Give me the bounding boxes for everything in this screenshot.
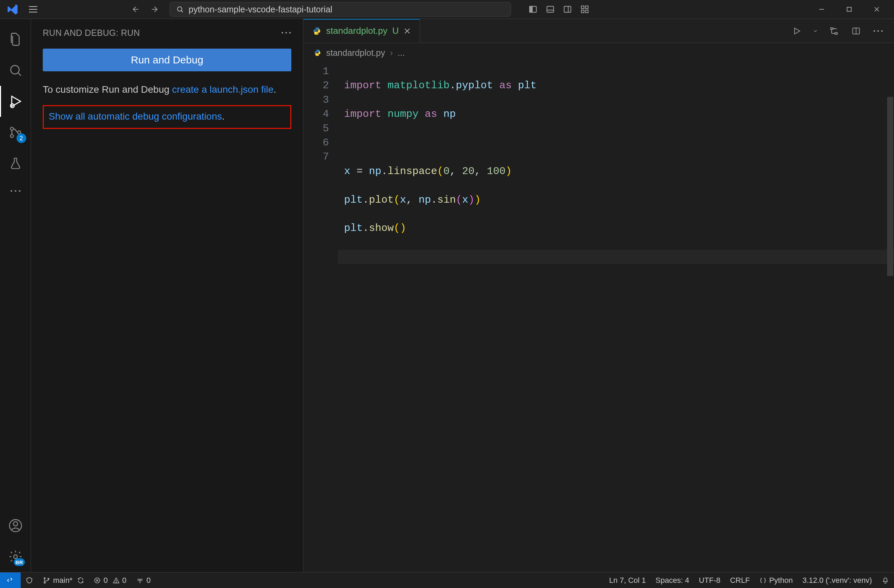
- run-file-dropdown-button[interactable]: [811, 23, 820, 39]
- svg-point-24: [13, 522, 17, 526]
- svg-point-45: [116, 582, 116, 582]
- activity-explorer[interactable]: [0, 24, 31, 55]
- svg-rect-3: [547, 6, 554, 12]
- ellipsis-icon: [10, 189, 21, 193]
- warning-icon: [113, 577, 119, 584]
- run-file-button[interactable]: [789, 23, 804, 39]
- svg-point-28: [289, 32, 291, 34]
- svg-point-26: [282, 32, 283, 34]
- remote-icon: [6, 577, 14, 584]
- nav-back-button[interactable]: [129, 2, 143, 16]
- run-and-debug-button[interactable]: Run and Debug: [43, 48, 291, 71]
- debug-icon: [8, 94, 23, 109]
- source-control-badge: 2: [17, 133, 26, 143]
- search-icon: [176, 6, 184, 13]
- encoding-status[interactable]: UTF-8: [694, 573, 725, 588]
- code-editor[interactable]: 1 2 3 4 5 6 7 import matplotlib.pyplot a…: [304, 62, 894, 572]
- svg-point-32: [835, 32, 837, 35]
- activity-manage[interactable]: BR: [0, 541, 31, 572]
- code-content[interactable]: import matplotlib.pyplot as plt import n…: [338, 62, 894, 572]
- create-launch-json-link[interactable]: create a launch.json file: [172, 84, 273, 95]
- radio-tower-icon: [136, 577, 144, 584]
- activity-run-debug[interactable]: [0, 86, 31, 117]
- sync-icon: [77, 577, 84, 584]
- command-center-text: python-sample-vscode-fastapi-tutorial: [189, 5, 332, 15]
- panel-more-button[interactable]: [281, 32, 291, 34]
- chevron-down-icon: [812, 28, 818, 34]
- editor-scrollbar[interactable]: [887, 97, 893, 276]
- git-branch-status[interactable]: main*: [38, 573, 89, 588]
- toggle-secondary-sidebar-button[interactable]: [560, 2, 574, 16]
- split-icon: [852, 27, 861, 36]
- play-icon: [792, 27, 801, 36]
- app-menu-button[interactable]: [27, 4, 39, 15]
- svg-point-20: [11, 190, 12, 192]
- svg-point-31: [831, 27, 833, 30]
- toggle-primary-sidebar-button[interactable]: [526, 2, 540, 16]
- svg-point-22: [19, 190, 20, 192]
- svg-rect-2: [530, 6, 532, 12]
- eol-status[interactable]: CRLF: [725, 573, 754, 588]
- activity-accounts[interactable]: [0, 510, 31, 541]
- problems-status[interactable]: 0 0: [89, 573, 131, 588]
- editor-tabs: standardplot.py U: [304, 19, 894, 43]
- activity-search[interactable]: [0, 55, 31, 86]
- line-gutter: 1 2 3 4 5 6 7: [304, 62, 338, 572]
- files-icon: [8, 32, 23, 47]
- close-icon: [404, 27, 411, 35]
- activity-source-control[interactable]: 2: [0, 117, 31, 148]
- window-maximize-button[interactable]: [835, 0, 863, 19]
- toggle-panel-button[interactable]: [544, 2, 557, 16]
- tab-modified-indicator: U: [393, 26, 399, 36]
- svg-rect-8: [586, 6, 588, 9]
- split-editor-button[interactable]: [849, 23, 864, 39]
- svg-rect-12: [847, 7, 851, 11]
- svg-rect-10: [586, 10, 588, 13]
- svg-point-38: [44, 577, 45, 579]
- braces-icon: [760, 577, 766, 584]
- show-all-configs-link[interactable]: Show all automatic debug configurations: [48, 111, 222, 122]
- nav-forward-button[interactable]: [148, 2, 162, 16]
- bell-icon: [882, 577, 889, 584]
- activity-bar: 2 BR: [0, 19, 31, 572]
- language-mode-status[interactable]: Python: [755, 573, 798, 588]
- window-minimize-button[interactable]: [808, 0, 835, 19]
- notifications-button[interactable]: [877, 573, 894, 588]
- account-icon: [8, 519, 23, 533]
- ellipsis-icon: [281, 32, 291, 34]
- window-close-button[interactable]: [863, 0, 891, 19]
- breadcrumb[interactable]: standardplot.py › ...: [304, 43, 894, 62]
- editor-tab-standardplot[interactable]: standardplot.py U: [304, 19, 420, 43]
- svg-point-21: [15, 190, 16, 192]
- command-center-search[interactable]: python-sample-vscode-fastapi-tutorial: [170, 2, 511, 17]
- beaker-icon: [9, 157, 23, 170]
- remote-indicator[interactable]: [0, 573, 21, 588]
- tab-close-button[interactable]: [404, 27, 411, 35]
- search-icon: [8, 63, 23, 78]
- editor-more-actions-button[interactable]: [871, 23, 886, 39]
- chevron-right-icon: ›: [390, 48, 393, 58]
- python-interpreter-status[interactable]: 3.12.0 ('.venv': venv): [797, 573, 877, 588]
- status-bar: main* 0 0 0 Ln 7, Col 1 Spaces: 4 UTF-8 …: [0, 572, 894, 588]
- ports-status[interactable]: 0: [131, 573, 156, 588]
- git-branch-icon: [43, 577, 50, 584]
- compare-changes-button[interactable]: [826, 23, 841, 39]
- svg-point-25: [14, 555, 17, 559]
- ellipsis-icon: [873, 30, 883, 32]
- activity-additional-views[interactable]: [0, 179, 31, 203]
- trust-indicator[interactable]: [21, 573, 38, 588]
- customize-layout-button[interactable]: [578, 2, 592, 16]
- cursor-position-status[interactable]: Ln 7, Col 1: [604, 573, 651, 588]
- breadcrumb-rest: ...: [397, 48, 405, 58]
- breadcrumb-file: standardplot.py: [326, 48, 385, 58]
- svg-rect-9: [581, 10, 584, 13]
- svg-point-46: [139, 579, 140, 580]
- manage-badge: BR: [14, 558, 25, 566]
- vscode-logo-icon: [3, 3, 23, 15]
- svg-point-18: [11, 134, 14, 137]
- indentation-status[interactable]: Spaces: 4: [651, 573, 694, 588]
- svg-point-35: [874, 30, 875, 32]
- svg-point-15: [11, 65, 19, 74]
- activity-testing[interactable]: [0, 148, 31, 179]
- panel-title: RUN AND DEBUG: RUN: [43, 28, 140, 38]
